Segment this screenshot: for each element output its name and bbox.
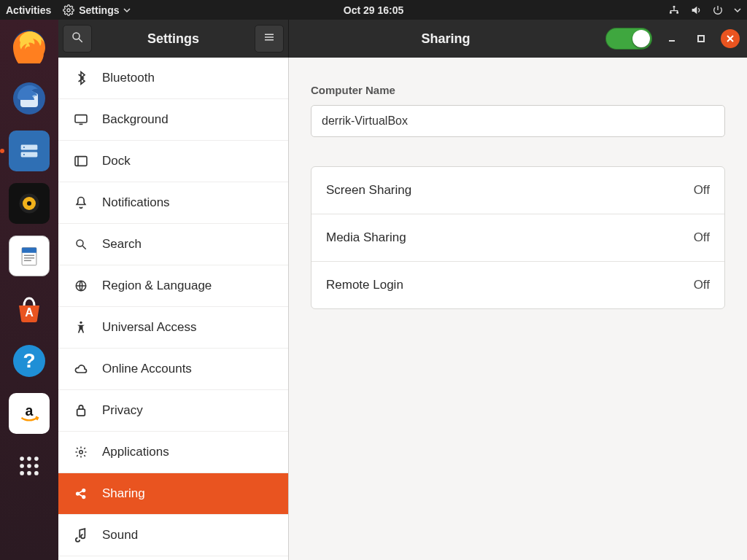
activities-button[interactable]: Activities bbox=[6, 4, 51, 16]
network-icon[interactable] bbox=[668, 4, 680, 16]
activities-label: Activities bbox=[6, 4, 51, 16]
launcher-software[interactable]: A bbox=[9, 288, 50, 329]
launcher-amazon[interactable]: a bbox=[9, 393, 50, 434]
sidebar-item-label: Sound bbox=[102, 528, 138, 542]
row-screen-sharing[interactable]: Screen Sharing Off bbox=[311, 167, 724, 214]
running-indicator-icon bbox=[0, 149, 4, 153]
svg-point-23 bbox=[27, 456, 31, 461]
svg-rect-17 bbox=[24, 260, 31, 261]
gnome-topbar: Activities Settings Oct 29 16:05 bbox=[0, 0, 747, 20]
sidebar-item-sharing[interactable]: Sharing bbox=[58, 473, 288, 515]
svg-rect-1 bbox=[673, 6, 676, 8]
row-state: Off bbox=[694, 230, 710, 245]
svg-rect-3 bbox=[676, 12, 678, 14]
svg-rect-37 bbox=[698, 36, 704, 42]
svg-line-45 bbox=[82, 246, 86, 249]
sidebar-item-label: Online Accounts bbox=[102, 362, 192, 376]
svg-point-0 bbox=[67, 9, 70, 12]
sidebar-item-label: Privacy bbox=[102, 403, 143, 418]
sidebar-item-label: Notifications bbox=[102, 195, 170, 210]
clock[interactable]: Oct 29 16:05 bbox=[344, 4, 404, 16]
gear-icon bbox=[63, 4, 74, 16]
accessibility-icon bbox=[73, 320, 89, 335]
chevron-down-icon[interactable] bbox=[734, 7, 741, 14]
window-maximize-button[interactable] bbox=[692, 29, 711, 48]
svg-point-24 bbox=[34, 456, 39, 461]
sidebar-item-label: Sharing bbox=[102, 486, 145, 501]
window-close-button[interactable] bbox=[721, 29, 740, 48]
row-state: Off bbox=[694, 278, 710, 292]
svg-line-32 bbox=[79, 39, 82, 42]
sharing-options-card: Screen Sharing Off Media Sharing Off Rem… bbox=[311, 166, 725, 309]
launcher-thunderbird[interactable] bbox=[9, 78, 50, 119]
svg-point-49 bbox=[80, 451, 83, 454]
svg-text:a: a bbox=[26, 402, 34, 419]
launcher-writer[interactable] bbox=[9, 236, 50, 276]
row-media-sharing[interactable]: Media Sharing Off bbox=[311, 214, 724, 262]
toggle-knob-icon bbox=[632, 30, 650, 47]
launcher-rhythmbox[interactable] bbox=[9, 183, 50, 224]
volume-icon[interactable] bbox=[690, 4, 702, 16]
row-remote-login[interactable]: Remote Login Off bbox=[311, 262, 724, 308]
settings-window: Settings Sharing bbox=[58, 20, 747, 560]
sidebar-item-background[interactable]: Background bbox=[58, 99, 288, 141]
svg-point-12 bbox=[27, 201, 31, 206]
svg-rect-16 bbox=[24, 257, 34, 258]
sharing-panel: Computer Name Screen Sharing Off Media S… bbox=[289, 58, 747, 560]
svg-text:?: ? bbox=[23, 349, 35, 372]
row-label: Remote Login bbox=[326, 278, 403, 292]
sidebar-item-region[interactable]: Region & Language bbox=[58, 265, 288, 307]
computer-name-input[interactable] bbox=[311, 105, 725, 137]
svg-rect-14 bbox=[22, 248, 36, 253]
bell-icon bbox=[73, 195, 89, 210]
sidebar-item-label: Search bbox=[102, 237, 142, 252]
sidebar-item-bluetooth[interactable]: Bluetooth bbox=[58, 58, 288, 99]
svg-line-54 bbox=[79, 494, 82, 497]
sidebar-search-button[interactable] bbox=[63, 25, 92, 52]
sidebar-item-label: Region & Language bbox=[102, 279, 212, 293]
sidebar-item-dock[interactable]: Dock bbox=[58, 141, 288, 182]
sharing-master-toggle[interactable] bbox=[605, 28, 652, 50]
svg-point-29 bbox=[27, 471, 31, 475]
sidebar-item-privacy[interactable]: Privacy bbox=[58, 390, 288, 432]
launcher-help[interactable]: ? bbox=[9, 341, 50, 381]
sidebar-item-sound[interactable]: Sound bbox=[58, 515, 288, 556]
headerbar-right: Sharing bbox=[289, 20, 747, 58]
search-icon bbox=[73, 238, 89, 251]
gear-icon bbox=[73, 446, 89, 459]
power-icon[interactable] bbox=[712, 4, 724, 16]
window-minimize-button[interactable] bbox=[662, 29, 681, 48]
headerbar-left: Settings bbox=[58, 20, 289, 58]
svg-text:A: A bbox=[25, 306, 34, 319]
sidebar-item-online[interactable]: Online Accounts bbox=[58, 349, 288, 390]
globe-icon bbox=[73, 279, 89, 292]
sidebar-item-label: Universal Access bbox=[102, 320, 196, 335]
svg-rect-15 bbox=[24, 255, 34, 256]
sidebar-item-applications[interactable]: Applications bbox=[58, 432, 288, 473]
chevron-down-icon bbox=[123, 7, 131, 14]
sidebar-item-label: Bluetooth bbox=[102, 71, 155, 85]
sidebar-item-universal[interactable]: Universal Access bbox=[58, 307, 288, 349]
sidebar-item-label: Applications bbox=[102, 445, 169, 459]
sidebar-item-search[interactable]: Search bbox=[58, 224, 288, 265]
launcher-firefox[interactable] bbox=[9, 26, 50, 66]
svg-point-9 bbox=[23, 154, 25, 155]
svg-rect-48 bbox=[77, 409, 85, 416]
app-menu[interactable]: Settings bbox=[63, 4, 131, 16]
row-label: Screen Sharing bbox=[326, 183, 411, 198]
sidebar-item-notifications[interactable]: Notifications bbox=[58, 182, 288, 224]
music-icon bbox=[73, 528, 89, 542]
svg-point-22 bbox=[20, 456, 24, 461]
svg-point-27 bbox=[34, 464, 39, 468]
sidebar-title: Settings bbox=[96, 31, 250, 47]
launcher-apps-grid[interactable] bbox=[9, 446, 50, 486]
cloud-icon bbox=[73, 364, 89, 374]
window-body: Bluetooth Background Dock Notifications … bbox=[58, 58, 747, 560]
svg-point-44 bbox=[77, 240, 83, 246]
settings-sidebar[interactable]: Bluetooth Background Dock Notifications … bbox=[58, 58, 289, 560]
lock-icon bbox=[73, 403, 89, 418]
svg-point-26 bbox=[27, 464, 31, 468]
launcher-files[interactable] bbox=[9, 131, 50, 171]
hamburger-button[interactable] bbox=[255, 25, 284, 52]
app-menu-label: Settings bbox=[79, 4, 119, 16]
